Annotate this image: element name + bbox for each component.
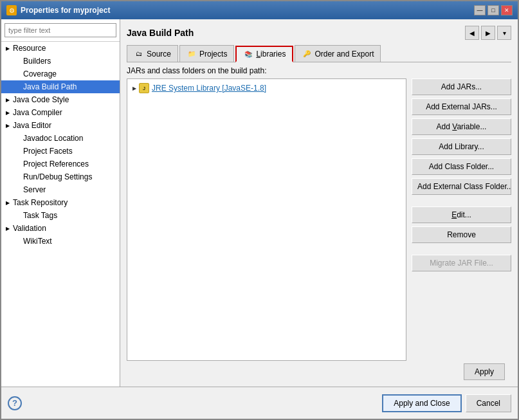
maximize-button[interactable]: □ [487,5,499,15]
sidebar-item-java-compiler[interactable]: Java Compiler [1,106,120,119]
nav-buttons: ◀ ▶ ▾ [465,26,511,40]
tab-libraries[interactable]: 📚 Libraries [235,46,293,62]
libraries-tab-icon: 📚 [243,49,253,59]
build-path-content: JARs and class folders on the build path… [127,66,511,361]
add-library-button[interactable]: Add Library... [412,138,511,155]
source-tab-icon: 🗂 [134,49,144,59]
jars-tree: ▶ J JRE System Library [JavaSE-1.8] [127,78,406,361]
add-variable-button[interactable]: Add Variable... [412,118,511,135]
close-button[interactable]: ✕ [501,5,513,15]
bottom-buttons: Apply and Close Cancel [382,394,511,412]
tab-order-export-label: Order and Export [314,50,374,59]
window-controls: — □ ✕ [474,5,513,15]
apply-row: Apply [127,361,511,380]
migrate-jar-button[interactable]: Migrate JAR File... [412,255,511,271]
sidebar-item-coverage[interactable]: Coverage [1,68,120,80]
cancel-button[interactable]: Cancel [466,394,511,412]
sidebar-item-java-code-style[interactable]: Java Code Style [1,93,120,106]
dialog-body: Resource Builders Coverage Java Build Pa… [1,19,518,387]
sidebar-item-java-editor[interactable]: Java Editor [1,119,120,132]
sidebar-item-task-repository[interactable]: Task Repository [1,196,120,209]
back-button[interactable]: ◀ [465,26,479,40]
apply-button[interactable]: Apply [464,363,505,380]
sidebar-item-validation[interactable]: Validation [1,222,120,235]
help-button[interactable]: ? [8,396,22,410]
sidebar-item-task-tags[interactable]: Task Tags [1,209,120,222]
sidebar-item-label: Task Tags [23,211,57,220]
sidebar-item-java-build-path[interactable]: Java Build Path [1,80,120,93]
expand-icon [4,109,12,116]
content-header: Java Build Path ◀ ▶ ▾ [127,26,511,40]
expand-icon [4,122,12,129]
sidebar-item-label: Java Compiler [13,108,62,117]
sidebar-item-label: Java Code Style [13,95,69,104]
sidebar-item-project-references[interactable]: Project References [1,158,120,170]
filter-input[interactable] [5,23,116,37]
main-content: Java Build Path ◀ ▶ ▾ 🗂 Source 📁 Project… [120,19,518,387]
edit-button[interactable]: Edit... [412,206,511,223]
sidebar-item-run-debug-settings[interactable]: Run/Debug Settings [1,170,120,183]
sidebar-item-wikitext[interactable]: WikiText [1,235,120,248]
sidebar-item-label: Run/Debug Settings [23,172,92,181]
apply-close-button[interactable]: Apply and Close [382,394,461,412]
tabs-bar: 🗂 Source 📁 Projects 📚 Libraries 🔑 Order … [127,45,511,62]
sidebar-item-project-facets[interactable]: Project Facets [1,145,120,158]
dropdown-button[interactable]: ▾ [497,26,511,40]
sidebar-item-label: Java Editor [13,121,51,130]
action-buttons: Add JARs... Add External JARs... Add Var… [412,78,511,361]
tab-libraries-label: Libraries [256,50,286,59]
sidebar-item-label: Project References [23,160,89,169]
expand-icon [4,199,12,206]
sidebar-item-label: Builders [23,57,51,66]
tab-order-export[interactable]: 🔑 Order and Export [295,45,381,62]
jars-description: JARs and class folders on the build path… [127,66,511,75]
add-jars-button[interactable]: Add JARs... [412,78,511,95]
jre-label: JRE System Library [JavaSE-1.8] [152,84,266,93]
tab-source-label: Source [147,50,171,59]
expand-icon [4,224,12,232]
sidebar-item-label: Task Repository [13,198,68,207]
dialog-icon: ⚙ [6,5,17,15]
dialog-footer: ? Apply and Close Cancel [1,387,518,419]
add-external-class-folder-button[interactable]: Add External Class Folder... [412,178,511,195]
forward-button[interactable]: ▶ [481,26,495,40]
properties-dialog: ⚙ Properties for myproject — □ ✕ Resourc… [0,0,519,420]
sidebar-item-label: Javadoc Location [23,134,83,143]
sidebar-item-javadoc-location[interactable]: Javadoc Location [1,132,120,145]
sidebar-item-label: Validation [13,224,46,233]
order-export-tab-icon: 🔑 [302,49,312,59]
sidebar-item-builders[interactable]: Builders [1,55,120,68]
filter-wrapper [1,19,120,42]
jre-expand-arrow: ▶ [132,86,136,91]
title-bar: ⚙ Properties for myproject — □ ✕ [1,1,518,19]
expand-icon [4,96,12,104]
jre-item[interactable]: ▶ J JRE System Library [JavaSE-1.8] [130,82,403,95]
tab-projects[interactable]: 📁 Projects [179,45,234,62]
sidebar-item-label: Server [23,185,46,194]
dialog-title: Properties for myproject [21,6,110,15]
sidebar-item-label: WikiText [23,237,52,246]
section-title: Java Build Path [127,28,194,38]
sidebar-item-label: Java Build Path [23,82,77,91]
minimize-button[interactable]: — [474,5,486,15]
title-bar-left: ⚙ Properties for myproject [6,5,110,15]
sidebar-item-label: Resource [13,44,46,53]
tree-container: Resource Builders Coverage Java Build Pa… [1,42,120,387]
jre-icon: J [139,83,149,93]
sidebar-item-label: Coverage [23,69,57,78]
sidebar-item-label: Project Facets [23,147,73,156]
projects-tab-icon: 📁 [187,49,197,59]
tab-projects-label: Projects [199,50,227,59]
sidebar-item-resource[interactable]: Resource [1,42,120,55]
sidebar-item-server[interactable]: Server [1,183,120,196]
jars-area: ▶ J JRE System Library [JavaSE-1.8] Add … [127,78,511,361]
add-class-folder-button[interactable]: Add Class Folder... [412,158,511,175]
add-external-jars-button[interactable]: Add External JARs... [412,98,511,115]
sidebar: Resource Builders Coverage Java Build Pa… [1,19,120,387]
expand-icon [4,44,12,52]
tab-source[interactable]: 🗂 Source [127,45,178,62]
remove-button[interactable]: Remove [412,226,511,243]
